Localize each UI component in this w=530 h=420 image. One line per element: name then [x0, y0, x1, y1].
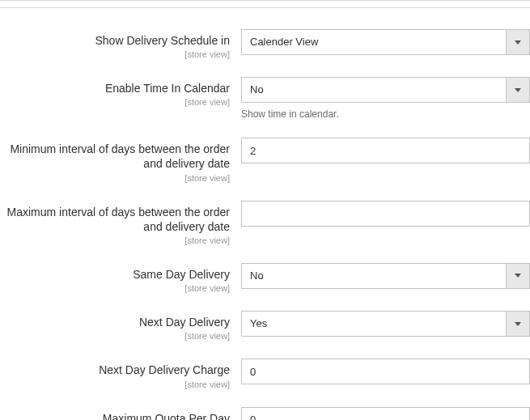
select-value: No	[241, 263, 506, 289]
field-label: Maximum interval of days between the ord…	[0, 205, 230, 234]
same-day-select[interactable]: No	[241, 263, 530, 289]
field-label: Maximum Quota Per Day	[0, 411, 230, 421]
label-col: Maximum Quota Per Day [store view]	[0, 407, 241, 421]
max-interval-input[interactable]	[241, 201, 530, 227]
field-row-max-quota: Maximum Quota Per Day [store view]	[0, 407, 530, 421]
field-col: Calender View	[241, 29, 530, 55]
section-divider	[0, 0, 530, 8]
field-label: Next Day Delivery	[0, 315, 230, 329]
scope-hint: [store view]	[0, 235, 230, 245]
scope-hint: [store view]	[0, 49, 230, 59]
label-col: Minimum interval of days between the ord…	[0, 138, 241, 182]
label-col: Enable Time In Calendar [store view]	[0, 77, 241, 107]
delivery-settings-form: Show Delivery Schedule in [store view] C…	[0, 8, 530, 420]
field-col: No	[241, 263, 530, 289]
max-quota-input[interactable]	[241, 407, 530, 421]
field-col	[241, 358, 530, 384]
field-label: Same Day Delivery	[0, 267, 230, 282]
select-value: Calender View	[241, 29, 506, 55]
chevron-down-icon[interactable]	[506, 77, 530, 103]
scope-hint: [store view]	[0, 331, 230, 341]
next-day-charge-input[interactable]	[241, 358, 530, 384]
field-col	[241, 138, 530, 163]
label-col: Maximum interval of days between the ord…	[0, 201, 241, 245]
label-col: Next Day Delivery [store view]	[0, 311, 241, 341]
chevron-down-icon[interactable]	[506, 263, 530, 289]
enable-time-select[interactable]: No	[241, 77, 530, 103]
field-label: Enable Time In Calendar	[0, 81, 230, 95]
select-value: Yes	[241, 311, 506, 337]
scope-hint: [store view]	[0, 380, 230, 389]
scope-hint: [store view]	[0, 173, 230, 183]
show-schedule-select[interactable]: Calender View	[241, 29, 530, 55]
field-row-same-day: Same Day Delivery [store view] No	[0, 263, 530, 293]
help-text: Show time in calendar.	[241, 108, 530, 120]
chevron-down-icon[interactable]	[506, 311, 530, 337]
select-value: No	[241, 77, 506, 103]
chevron-down-icon[interactable]	[506, 29, 530, 55]
field-row-enable-time: Enable Time In Calendar [store view] No …	[0, 77, 530, 120]
field-row-max-interval: Maximum interval of days between the ord…	[0, 201, 530, 245]
field-row-min-interval: Minimum interval of days between the ord…	[0, 138, 530, 182]
field-col	[241, 201, 530, 227]
field-row-next-day-charge: Next Day Delivery Charge [store view]	[0, 358, 530, 388]
field-label: Minimum interval of days between the ord…	[0, 142, 230, 171]
field-label: Show Delivery Schedule in	[0, 33, 230, 48]
field-col: No Show time in calendar.	[241, 77, 530, 120]
label-col: Show Delivery Schedule in [store view]	[0, 29, 241, 59]
field-label: Next Day Delivery Charge	[0, 363, 230, 377]
field-row-next-day: Next Day Delivery [store view] Yes	[0, 311, 530, 341]
scope-hint: [store view]	[0, 283, 230, 293]
scope-hint: [store view]	[0, 97, 230, 107]
next-day-select[interactable]: Yes	[241, 311, 530, 337]
label-col: Next Day Delivery Charge [store view]	[0, 358, 241, 388]
field-col: Yes	[241, 311, 530, 337]
min-interval-input[interactable]	[241, 138, 530, 163]
label-col: Same Day Delivery [store view]	[0, 263, 241, 293]
field-col	[241, 407, 530, 421]
field-row-show-schedule: Show Delivery Schedule in [store view] C…	[0, 29, 530, 59]
